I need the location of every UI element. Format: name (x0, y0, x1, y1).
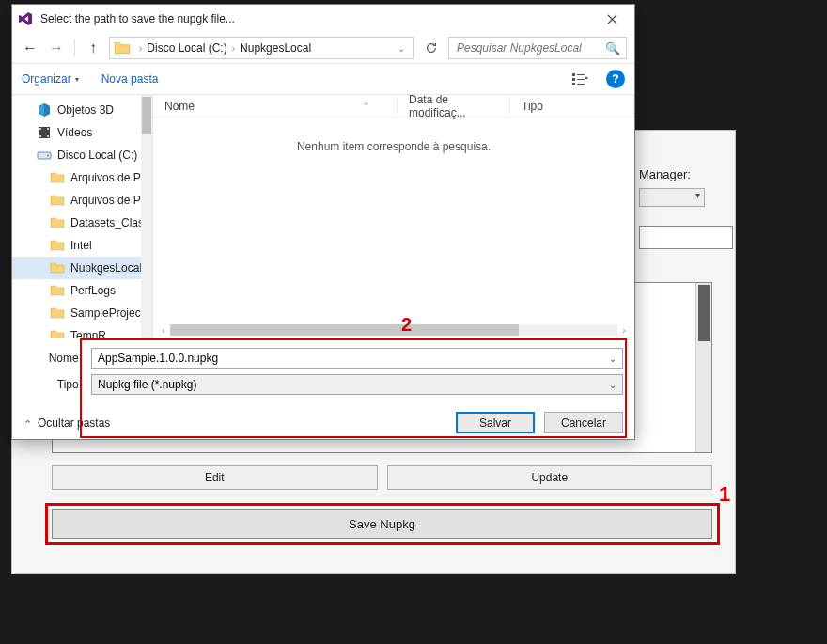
tree-item[interactable]: PerfLogs (12, 279, 152, 302)
search-box[interactable]: 🔍 (448, 37, 627, 59)
filetype-label: Tipo: (23, 378, 91, 391)
breadcrumb-level-2[interactable]: NupkgesLocal (240, 41, 311, 55)
empty-list-message: Nenhum item corresponde à pesquisa. (153, 118, 634, 176)
svg-rect-2 (572, 83, 575, 85)
search-icon: 🔍 (605, 41, 620, 55)
manager-textbox[interactable] (639, 226, 733, 249)
folder-icon (114, 39, 131, 56)
chevron-down-icon[interactable]: ⌄ (609, 380, 616, 390)
save-file-dialog: Select the path to save the nupgk file..… (11, 4, 635, 440)
svg-rect-4 (577, 79, 585, 80)
view-icon (572, 72, 589, 86)
close-button[interactable] (593, 6, 631, 32)
tree-scrollbar[interactable] (141, 95, 152, 338)
breadcrumb-level-1[interactable]: Disco Local (C:) (147, 41, 226, 55)
folder-tree[interactable]: Objetos 3DVídeosDisco Local (C:)Arquivos… (12, 95, 153, 338)
tree-item[interactable]: Disco Local (C:) (12, 144, 152, 166)
nav-up-button[interactable]: ↑ (83, 38, 103, 58)
column-header-date[interactable]: Data de modificaç... (398, 95, 510, 117)
filename-label: Nome: (23, 352, 91, 365)
chevron-right-icon: › (227, 43, 240, 54)
manager-dropdown[interactable] (639, 188, 705, 207)
scroll-right-icon[interactable]: › (617, 325, 631, 336)
svg-point-12 (47, 155, 49, 157)
hide-folders-toggle[interactable]: Ocultar pastas (23, 416, 110, 430)
close-icon (607, 14, 617, 24)
refresh-button[interactable] (420, 37, 443, 59)
tree-item[interactable]: TemnR (12, 324, 152, 338)
file-list-h-scrollbar[interactable]: ‹ › (157, 323, 631, 337)
chevron-down-icon[interactable]: ⌄ (393, 43, 410, 54)
chevron-right-icon: › (134, 43, 147, 54)
svg-rect-0 (572, 73, 575, 76)
svg-rect-3 (577, 74, 585, 75)
edit-button[interactable]: Edit (52, 465, 378, 490)
column-header-name[interactable]: Nome⌃ (153, 95, 398, 117)
svg-rect-7 (39, 128, 41, 130)
column-header-type[interactable]: Tipo (510, 95, 634, 117)
new-folder-button[interactable]: Nova pasta (101, 72, 159, 86)
update-button[interactable]: Update (387, 465, 713, 490)
tree-item[interactable]: NupkgesLocal (12, 257, 152, 279)
chevron-down-icon[interactable]: ⌄ (609, 353, 616, 364)
annotation-label-1: 1 (719, 482, 730, 507)
scroll-left-icon[interactable]: ‹ (157, 325, 170, 336)
titlebar: Select the path to save the nupgk file..… (12, 5, 634, 33)
help-button[interactable]: ? (606, 70, 625, 88)
annotation-box-1 (45, 503, 720, 545)
svg-rect-1 (572, 78, 575, 81)
visual-studio-icon (18, 11, 33, 26)
filename-input[interactable]: AppSample.1.0.0.nupkg⌄ (91, 348, 623, 369)
svg-rect-10 (47, 135, 49, 137)
svg-rect-9 (47, 128, 49, 130)
svg-rect-8 (39, 135, 41, 137)
view-options-button[interactable] (565, 69, 597, 89)
organize-menu[interactable]: Organizar (22, 72, 79, 86)
file-list-pane: Nome⌃ Data de modificaç... Tipo Nenhum i… (153, 95, 634, 338)
scrollbar-vertical[interactable] (695, 283, 711, 452)
tree-item[interactable]: Objetos 3D (12, 99, 152, 121)
tree-item[interactable]: Intel (12, 234, 152, 257)
nav-back-button[interactable]: ← (20, 38, 40, 58)
save-button[interactable]: Salvar (456, 412, 535, 433)
tree-item[interactable]: SampleProjects (12, 302, 152, 324)
tree-item[interactable]: Vídeos (12, 121, 152, 144)
annotation-label-2: 2 (401, 314, 412, 336)
search-input[interactable] (455, 40, 605, 55)
tree-item[interactable]: Arquivos de Pr (12, 189, 152, 212)
manager-label: Manager: (639, 167, 691, 181)
nav-forward-button[interactable]: → (46, 38, 67, 58)
tree-item[interactable]: Datasets_Classi (12, 212, 152, 234)
dialog-title: Select the path to save the nupgk file..… (40, 12, 593, 25)
cancel-button[interactable]: Cancelar (544, 412, 623, 433)
tree-item[interactable]: Arquivos de Pr (12, 166, 152, 189)
svg-rect-5 (577, 84, 585, 85)
sort-indicator-icon: ⌃ (363, 102, 385, 111)
filetype-combo[interactable]: Nupkg file (*.nupkg)⌄ (91, 374, 623, 395)
refresh-icon (425, 41, 438, 55)
breadcrumb-bar[interactable]: › Disco Local (C:) › NupkgesLocal ⌄ (109, 37, 414, 59)
